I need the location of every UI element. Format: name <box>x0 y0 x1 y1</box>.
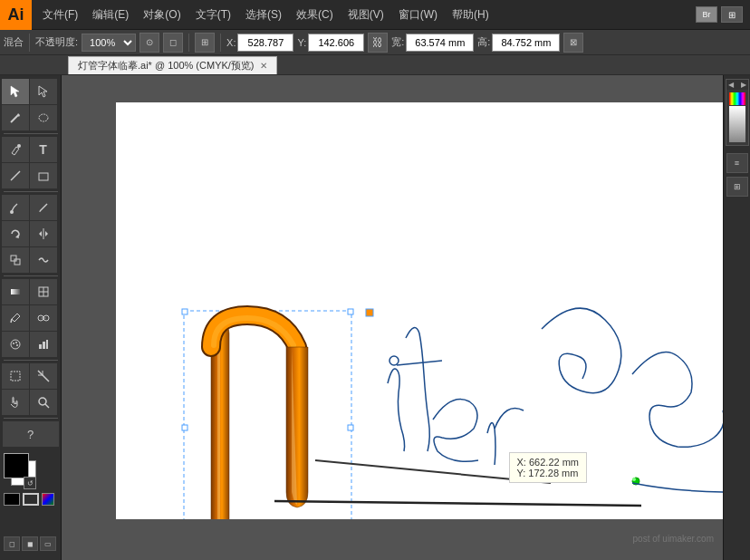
panel-btn-1[interactable]: ≡ <box>726 153 748 173</box>
coord-y-label: Y: 172.28 mm <box>517 468 580 478</box>
warp-tool[interactable] <box>30 247 57 273</box>
svg-marker-1 <box>39 86 47 97</box>
menu-file[interactable]: 文件(F) <box>35 0 85 29</box>
opacity-select[interactable]: 100% <box>82 34 136 52</box>
pen-tool[interactable] <box>2 137 29 162</box>
stroke-swatch[interactable] <box>23 493 39 506</box>
w-label: 宽: <box>391 35 404 49</box>
panel-btn-2[interactable]: ⊞ <box>726 177 748 197</box>
ai-logo: Ai <box>0 0 32 30</box>
tool-row-1 <box>2 79 60 104</box>
hand-tool[interactable] <box>2 390 29 415</box>
scale-tool[interactable] <box>2 247 29 273</box>
tab-filename: 灯管字体临摹.ai* @ 100% (CMYK/预览) <box>78 59 255 72</box>
zoom-tool[interactable] <box>30 390 57 415</box>
svg-rect-7 <box>39 173 48 180</box>
svg-point-5 <box>17 144 21 148</box>
y-input[interactable] <box>308 34 364 52</box>
fill-stroke-row <box>4 493 54 506</box>
fill-swatch[interactable] <box>4 493 20 506</box>
help-tool[interactable]: ? <box>3 421 59 447</box>
menu-window[interactable]: 窗口(W) <box>391 0 445 29</box>
expand-icon[interactable]: ▶ <box>741 81 746 89</box>
optionsbar: 混合 不透明度: 100% ⊙ ◻ ⊞ X: Y: ⛓ 宽: 高: ⊠ <box>0 30 750 55</box>
rotate-tool[interactable] <box>2 221 29 246</box>
rectangle-tool[interactable] <box>30 163 57 188</box>
color-mode-swatch[interactable] <box>42 493 54 506</box>
tab-close-button[interactable]: ✕ <box>260 61 267 71</box>
tool-row-5 <box>2 195 60 220</box>
left-toolbar: T <box>0 75 62 560</box>
w-input[interactable] <box>406 34 474 52</box>
svg-rect-47 <box>366 309 373 316</box>
slice-tool[interactable] <box>30 363 57 389</box>
foreground-color-swatch[interactable] <box>4 453 29 478</box>
svg-line-6 <box>11 171 20 180</box>
menu-select[interactable]: 选择(S) <box>238 0 289 29</box>
selection-tool[interactable] <box>2 79 29 104</box>
mode-row: ◻ ◼ ▭ <box>4 536 58 551</box>
canvas-area[interactable]: X: 662.22 mm Y: 172.28 mm post of uimake… <box>62 75 723 560</box>
bridge-icon[interactable]: Br <box>696 6 717 23</box>
menu-text[interactable]: 文字(T) <box>188 0 238 29</box>
menu-help[interactable]: 帮助(H) <box>445 0 496 29</box>
titlebar: Ai 文件(F) 编辑(E) 对象(O) 文字(T) 选择(S) 效果(C) 视… <box>0 0 750 30</box>
tool-row-8 <box>2 279 60 304</box>
saturation-area[interactable] <box>729 106 745 142</box>
lasso-tool[interactable] <box>30 105 57 130</box>
svg-point-50 <box>389 356 399 365</box>
align-icon[interactable]: ⊞ <box>195 33 215 53</box>
coord-x-value: 662.22 mm <box>529 457 579 468</box>
menu-view[interactable]: 视图(V) <box>341 0 391 29</box>
coord-tooltip: X: 662.22 mm Y: 172.28 mm <box>509 452 588 483</box>
pencil-tool[interactable] <box>30 195 57 220</box>
coord-x-label: X: 662.22 mm <box>517 457 580 468</box>
screen-mode-btn[interactable]: ▭ <box>40 536 56 551</box>
tool-sep-3 <box>4 275 58 276</box>
watermark: post of uimaker.com <box>633 534 714 544</box>
svg-marker-13 <box>39 231 42 237</box>
document-tab[interactable]: 灯管字体临摹.ai* @ 100% (CMYK/预览) ✕ <box>68 56 277 74</box>
symbol-sprayer-tool[interactable] <box>2 332 29 357</box>
tool-sep-2 <box>4 191 58 192</box>
hue-slider[interactable] <box>729 92 745 105</box>
tool-row-12 <box>2 390 60 415</box>
menu-effect[interactable]: 效果(C) <box>289 0 341 29</box>
svg-point-26 <box>13 343 14 344</box>
w-group: 宽: <box>391 34 474 52</box>
magic-wand-tool[interactable] <box>2 105 29 130</box>
svg-rect-16 <box>14 259 20 265</box>
blend-tool[interactable] <box>30 305 57 331</box>
direct-selection-tool[interactable] <box>30 79 57 104</box>
opacity-icon[interactable]: ⊙ <box>139 33 159 53</box>
menu-object[interactable]: 对象(O) <box>136 0 188 29</box>
h-label: 高: <box>477 35 490 49</box>
paintbrush-tool[interactable] <box>2 195 29 220</box>
svg-marker-0 <box>11 86 19 97</box>
mirror-tool[interactable] <box>30 221 57 246</box>
graph-tool[interactable] <box>30 332 57 357</box>
eyedropper-tool[interactable] <box>2 305 29 331</box>
y-group: Y: <box>297 34 364 52</box>
quick-mask-btn[interactable]: ◼ <box>22 536 38 551</box>
gradient-tool[interactable] <box>2 279 29 304</box>
line-tool[interactable] <box>2 163 29 188</box>
menu-edit[interactable]: 编辑(E) <box>85 0 136 29</box>
mesh-tool[interactable] <box>30 279 57 304</box>
blend-label: 混合 <box>4 35 24 49</box>
coord-y-prefix: Y: <box>517 468 526 478</box>
x-input[interactable] <box>237 34 293 52</box>
transform-icon[interactable]: ◻ <box>163 33 183 53</box>
link-icon[interactable]: ⛓ <box>368 33 388 53</box>
svg-rect-41 <box>348 309 353 314</box>
y-label: Y: <box>297 37 306 48</box>
h-input[interactable] <box>492 34 560 52</box>
coord-x-prefix: X: <box>517 457 526 468</box>
artboard-tool[interactable] <box>2 363 29 389</box>
reset-colors-button[interactable]: ↺ <box>24 477 36 489</box>
workspace-icon[interactable]: ⊞ <box>721 6 743 23</box>
constraint-icon[interactable]: ⊠ <box>563 33 583 53</box>
type-tool[interactable]: T <box>30 137 57 162</box>
collapse-icon[interactable]: ◀ <box>728 81 734 89</box>
normal-mode-btn[interactable]: ◻ <box>4 536 20 551</box>
